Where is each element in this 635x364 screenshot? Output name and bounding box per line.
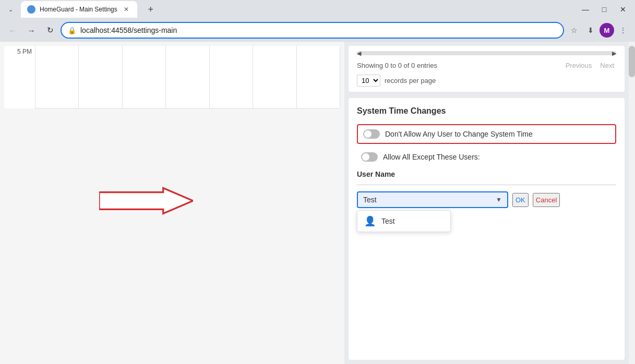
pagination-controls: Previous Next [564, 60, 616, 70]
tab-overflow-btn[interactable]: ⌄ [4, 3, 17, 16]
allow-all-except-toggle[interactable] [361, 152, 378, 162]
address-actions: ☆ ⬇ M ⋮ [566, 22, 631, 38]
page-content: 5 PM [0, 42, 635, 364]
vertical-scrollbar[interactable] [629, 42, 635, 364]
dropdown-menu: 👤 Test [357, 210, 451, 232]
address-bar-input-wrap: 🔒 [61, 22, 564, 39]
dropdown-arrow-icon: ▼ [496, 196, 502, 203]
records-per-page-select[interactable]: 10 [357, 75, 380, 87]
chevron-down-icon: ⌄ [8, 6, 13, 13]
left-panel: 5 PM [0, 42, 344, 364]
cal-cell-6 [253, 46, 296, 108]
pagination-section: ◀ ▶ Showing 0 to 0 of 0 entries Previous… [349, 46, 625, 92]
dropdown-menu-item-test[interactable]: 👤 Test [357, 211, 450, 232]
dropdown-item-label: Test [381, 217, 395, 225]
user-dropdown[interactable]: Test ▼ [357, 191, 508, 208]
calendar-grid: 5 PM [4, 46, 340, 108]
profile-button[interactable]: M [600, 23, 614, 38]
section-title: System Time Changes [357, 106, 616, 116]
minimize-button[interactable]: — [578, 2, 593, 17]
back-icon: ← [9, 26, 17, 35]
refresh-icon: ↻ [47, 26, 54, 35]
back-button[interactable]: ← [4, 22, 21, 39]
lock-icon: 🔒 [68, 27, 76, 34]
tab-close-button[interactable]: ✕ [122, 5, 131, 14]
forward-button[interactable]: → [23, 22, 40, 39]
scrollbar-thumb[interactable] [629, 46, 635, 77]
horizontal-scrollbar[interactable]: ◀ ▶ [357, 51, 616, 55]
cal-cell-7 [297, 46, 340, 108]
user-name-input-row [357, 183, 616, 185]
records-row: 10 records per page [357, 75, 616, 87]
cal-cell-5 [210, 46, 253, 108]
records-label: records per page [385, 77, 436, 84]
star-icon: ☆ [571, 26, 578, 34]
refresh-button[interactable]: ↻ [42, 22, 58, 39]
toggle-knob [364, 130, 372, 138]
browser-window: ⌄ HomeGuard - Main Settings ✕ + — □ ✕ ← … [0, 0, 635, 364]
cal-cell-4 [166, 46, 209, 108]
ok-button[interactable]: OK [512, 193, 529, 207]
previous-button[interactable]: Previous [564, 60, 594, 70]
active-tab[interactable]: HomeGuard - Main Settings ✕ [21, 1, 137, 18]
menu-button[interactable]: ⋮ [615, 22, 631, 38]
dropdown-row: Test ▼ 👤 Test OK [357, 191, 616, 208]
arrow-annotation [99, 183, 193, 221]
address-bar: ← → ↻ 🔒 ☆ ⬇ M ⋮ [0, 19, 635, 42]
dont-allow-label: Don't Allow Any User to Change System Ti… [385, 130, 533, 138]
dont-allow-option-row: Don't Allow Any User to Change System Ti… [357, 124, 616, 144]
bookmark-button[interactable]: ☆ [566, 22, 582, 38]
cancel-button[interactable]: Cancel [533, 193, 560, 207]
calendar-area: 5 PM [4, 46, 340, 108]
cal-cell-2 [79, 46, 122, 108]
pagination-info-row: Showing 0 to 0 of 0 entries Previous Nex… [357, 60, 616, 70]
window-controls: — □ ✕ [578, 2, 631, 17]
arrow-svg [99, 183, 193, 219]
new-tab-button[interactable]: + [143, 2, 158, 17]
system-time-section: System Time Changes Don't Allow Any User… [349, 98, 625, 360]
toggle-knob-2 [362, 153, 369, 161]
dropdown-selected-value: Test [363, 196, 377, 204]
download-icon: ⬇ [588, 26, 594, 34]
tab-favicon [27, 5, 35, 14]
tab-title: HomeGuard - Main Settings [40, 6, 117, 13]
svg-marker-0 [99, 188, 193, 213]
allow-all-except-option-row: Allow All Except These Users: [357, 148, 616, 166]
next-button[interactable]: Next [598, 60, 616, 70]
address-input[interactable] [80, 26, 557, 34]
allow-all-except-label: Allow All Except These Users: [383, 153, 480, 161]
pagination-info: Showing 0 to 0 of 0 entries [357, 62, 437, 69]
dropdown-wrap: Test ▼ 👤 Test [357, 191, 508, 208]
download-button[interactable]: ⬇ [583, 22, 598, 38]
scroll-left-arrow[interactable]: ◀ [357, 50, 361, 57]
title-bar: ⌄ HomeGuard - Main Settings ✕ + — □ ✕ [0, 0, 635, 19]
scroll-right-arrow[interactable]: ▶ [612, 50, 616, 57]
user-name-section: User Name Test ▼ 👤 [357, 170, 616, 208]
more-menu-icon: ⋮ [619, 26, 627, 34]
close-button[interactable]: ✕ [615, 2, 631, 17]
right-panel: ◀ ▶ Showing 0 to 0 of 0 entries Previous… [344, 42, 635, 364]
cal-cell-3 [123, 46, 166, 108]
user-name-label: User Name [357, 170, 616, 178]
cal-cell-1 [35, 46, 79, 108]
forward-icon: → [28, 26, 35, 35]
maximize-button[interactable]: □ [596, 2, 612, 17]
user-avatar-icon: 👤 [364, 215, 376, 227]
dont-allow-toggle[interactable] [363, 129, 380, 139]
time-label: 5 PM [4, 46, 35, 108]
